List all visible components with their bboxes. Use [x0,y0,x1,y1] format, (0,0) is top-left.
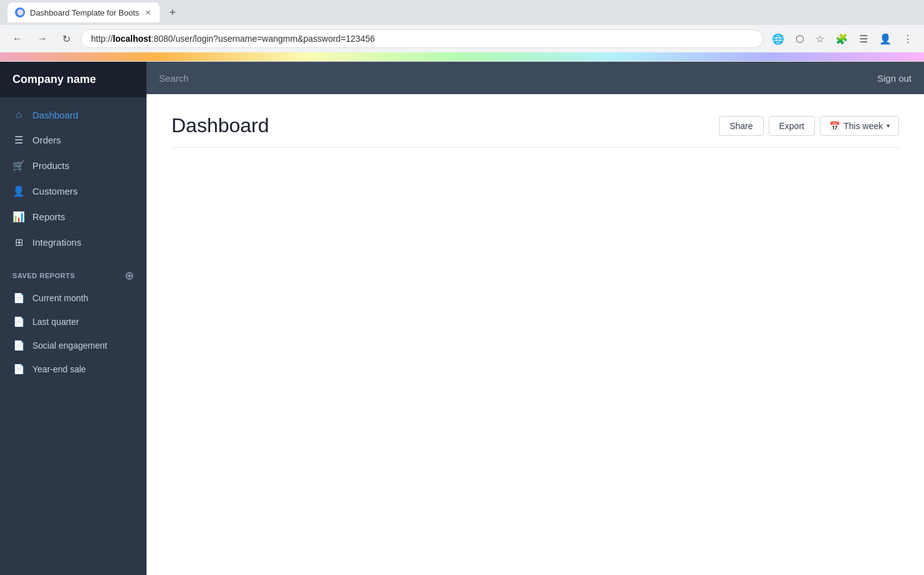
top-header: Sign out [147,62,924,94]
sidebar-item-label: Products [32,160,69,171]
saved-report-label: Current month [32,293,88,303]
saved-report-label: Last quarter [32,317,79,327]
sign-out-button[interactable]: Sign out [877,73,912,84]
menu-button[interactable]: ☰ [855,31,872,47]
sidebar: Company name ⌂ Dashboard ☰ Orders 🛒 Prod… [0,62,147,575]
saved-report-year-end-sale[interactable]: 📄 Year-end sale [0,357,147,381]
chevron-down-icon: ▾ [887,122,890,129]
reports-icon: 📊 [12,211,25,223]
forward-button[interactable]: → [32,31,52,47]
sidebar-item-integrations[interactable]: ⊞ Integrations [0,230,147,255]
tab-title: Dashboard Template for Boots [30,8,139,17]
sidebar-header: Company name [0,62,147,97]
saved-report-social-engagement[interactable]: 📄 Social engagement [0,334,147,357]
browser-actions: 🌐 ⬡ ☆ 🧩 ☰ 👤 ⋮ [768,31,917,47]
sidebar-item-label: Dashboard [32,110,78,120]
more-button[interactable]: ⋮ [899,31,917,47]
content-header: Dashboard Share Export 📅 This week ▾ [171,114,899,137]
saved-report-last-quarter[interactable]: 📄 Last quarter [0,310,147,334]
back-button[interactable]: ← [7,31,27,47]
tab-close-button[interactable]: × [144,6,152,19]
sidebar-item-products[interactable]: 🛒 Products [0,153,147,178]
sidebar-item-dashboard[interactable]: ⌂ Dashboard [0,102,147,127]
profile-button[interactable]: 👤 [875,31,895,47]
bookmark-button[interactable]: ☆ [812,31,828,47]
browser-tab[interactable]: ⚪ Dashboard Template for Boots × [7,2,160,22]
calendar-icon: 📅 [829,121,840,131]
sidebar-navigation: ⌂ Dashboard ☰ Orders 🛒 Products 👤 Custom… [0,97,147,260]
new-tab-button[interactable]: + [165,4,181,22]
content-divider [171,147,899,148]
saved-report-label: Social engagement [32,341,107,350]
saved-report-icon: 📄 [12,292,25,304]
browser-nav-bar: ← → ↻ http://localhost:8080/user/login?u… [0,25,924,52]
bookmark-bar [0,52,924,61]
browser-titlebar: ⚪ Dashboard Template for Boots × + [0,0,924,25]
orders-icon: ☰ [12,134,25,146]
address-bar[interactable]: http://localhost:8080/user/login?usernam… [80,29,763,48]
translate-button[interactable]: 🌐 [768,31,788,47]
app-container: Company name ⌂ Dashboard ☰ Orders 🛒 Prod… [0,62,924,575]
browser-chrome: ⚪ Dashboard Template for Boots × + ← → ↻… [0,0,924,62]
extensions-button[interactable]: ⬡ [792,31,808,47]
puzzle-button[interactable]: 🧩 [832,31,852,47]
saved-reports-label: SAVED REPORTS [12,272,75,279]
export-button[interactable]: Export [769,116,815,136]
sidebar-item-label: Reports [32,211,65,222]
sidebar-item-customers[interactable]: 👤 Customers [0,178,147,204]
customers-icon: 👤 [12,185,25,197]
this-week-label: This week [844,121,883,131]
content-area: Dashboard Share Export 📅 This week ▾ [147,94,924,575]
main-area: Sign out Dashboard Share Export 📅 This w… [147,62,924,575]
saved-reports-section-header: SAVED REPORTS ⊕ [0,260,147,286]
integrations-icon: ⊞ [12,236,25,248]
tab-favicon: ⚪ [15,7,25,17]
sidebar-item-orders[interactable]: ☰ Orders [0,127,147,153]
add-saved-report-button[interactable]: ⊕ [125,270,134,281]
products-icon: 🛒 [12,160,25,172]
sidebar-item-reports[interactable]: 📊 Reports [0,204,147,230]
saved-report-label: Year-end sale [32,364,86,374]
saved-report-current-month[interactable]: 📄 Current month [0,286,147,310]
sidebar-item-label: Integrations [32,237,81,248]
header-actions: Share Export 📅 This week ▾ [719,116,899,136]
page-title: Dashboard [171,114,269,137]
dashboard-icon: ⌂ [12,109,25,120]
saved-report-icon: 📄 [12,340,25,351]
search-input[interactable] [159,73,346,84]
this-week-button[interactable]: 📅 This week ▾ [820,116,899,136]
company-name: Company name [12,73,96,85]
saved-report-icon: 📄 [12,316,25,327]
share-button[interactable]: Share [719,116,763,136]
address-text: http://localhost:8080/user/login?usernam… [91,34,753,44]
refresh-button[interactable]: ↻ [57,31,75,47]
sidebar-item-label: Customers [32,186,78,196]
saved-report-icon: 📄 [12,364,25,375]
sidebar-item-label: Orders [32,135,61,145]
